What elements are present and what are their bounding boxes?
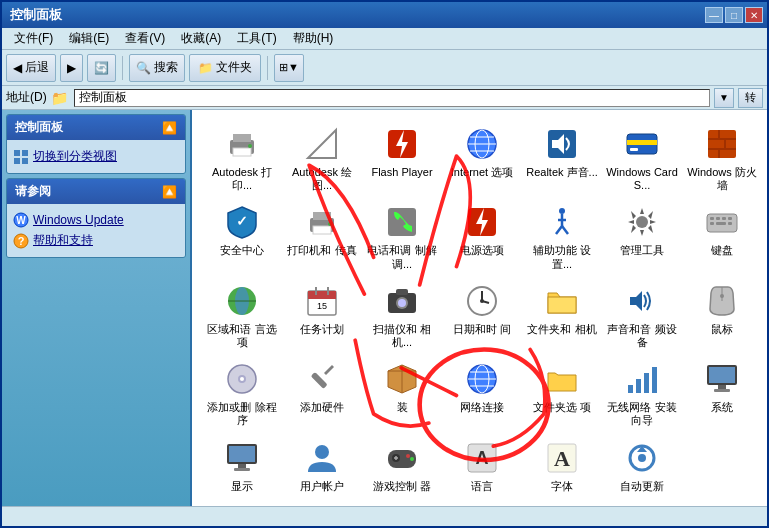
svg-point-41 — [636, 216, 648, 228]
help-icon: ? — [13, 233, 29, 249]
icon-item[interactable]: 文件夹和 相机 — [524, 279, 600, 351]
menu-help[interactable]: 帮助(H) — [285, 28, 342, 49]
menu-file[interactable]: 文件(F) — [6, 28, 61, 49]
icon-item[interactable]: 键盘 — [684, 200, 760, 272]
icon-item[interactable]: 添加或删 除程序 — [204, 357, 280, 429]
svg-point-40 — [559, 208, 565, 214]
icon-item[interactable]: 装 — [364, 357, 440, 429]
icon-label: 游戏控制 器 — [373, 480, 431, 493]
search-label: 搜索 — [154, 59, 178, 76]
icon-item[interactable]: A语言 — [444, 436, 520, 495]
icon-item[interactable]: 管理工具 — [604, 200, 680, 272]
icon-item[interactable]: 游戏控制 器 — [364, 436, 440, 495]
icon-item[interactable]: Autodesk 绘图... — [284, 122, 360, 194]
svg-text:15: 15 — [317, 301, 327, 311]
icon-item[interactable]: ✓安全中心 — [204, 200, 280, 272]
sidebar-link-help-support[interactable]: ? 帮助和支持 — [13, 230, 179, 251]
sidebar-header-control-panel[interactable]: 控制面板 🔼 — [7, 115, 185, 140]
icon-item[interactable]: 添加硬件 — [284, 357, 360, 429]
icon-item[interactable]: Flash Player — [364, 122, 440, 194]
icon-item[interactable]: 电源选项 — [444, 200, 520, 272]
icon-image — [382, 438, 422, 478]
maximize-button[interactable]: □ — [725, 7, 743, 23]
menu-favorites[interactable]: 收藏(A) — [173, 28, 229, 49]
svg-point-72 — [240, 377, 244, 381]
address-go-button[interactable]: 转 — [738, 88, 763, 108]
icon-item[interactable]: 声音和音 频设备 — [604, 279, 680, 351]
windows-update-icon: W — [13, 212, 29, 228]
sidebar-link-switch-view[interactable]: 切换到分类视图 — [13, 146, 179, 167]
svg-point-60 — [398, 299, 406, 307]
menu-edit[interactable]: 编辑(E) — [61, 28, 117, 49]
icon-image — [222, 124, 262, 164]
svg-text:?: ? — [18, 235, 25, 247]
icon-grid-area: Autodesk 打印...Autodesk 绘图...Flash Player… — [192, 110, 767, 506]
sidebar-section-see-also: 请参阅 🔼 W Windows Update ? 帮助和支持 — [6, 178, 186, 258]
icon-label: 网络连接 — [460, 401, 504, 414]
svg-rect-1 — [22, 150, 28, 156]
search-button[interactable]: 🔍 搜索 — [129, 54, 185, 82]
icon-image — [382, 281, 422, 321]
icon-item[interactable]: 电话和调 制解调... — [364, 200, 440, 272]
folder-button[interactable]: 📁 文件夹 — [189, 54, 261, 82]
svg-rect-28 — [708, 148, 736, 150]
address-input[interactable]: 控制面板 — [74, 89, 710, 107]
view-button[interactable]: ⊞▼ — [274, 54, 304, 82]
icon-item[interactable]: 日期和时 间 — [444, 279, 520, 351]
svg-text:A: A — [554, 446, 570, 471]
icon-item[interactable]: Windows CardS... — [604, 122, 680, 194]
address-dropdown[interactable]: ▼ — [714, 88, 734, 108]
icon-item[interactable]: 打印机和 传真 — [284, 200, 360, 272]
icon-item[interactable]: Autodesk 打印... — [204, 122, 280, 194]
icon-label: 文件夹和 相机 — [527, 323, 596, 336]
icon-item[interactable]: 网络连接 — [444, 357, 520, 429]
icon-item[interactable]: Realtek 声音... — [524, 122, 600, 194]
icon-item[interactable]: 15任务计划 — [284, 279, 360, 351]
icon-image — [302, 359, 342, 399]
icon-item[interactable]: 自动更新 — [604, 436, 680, 495]
sidebar-link-windows-update[interactable]: W Windows Update — [13, 210, 179, 230]
icon-item[interactable]: 鼠标 — [684, 279, 760, 351]
svg-rect-47 — [710, 222, 714, 225]
icon-image — [462, 281, 502, 321]
forward-button[interactable]: ▶ — [60, 54, 83, 82]
svg-rect-29 — [718, 130, 720, 138]
icon-item[interactable]: 无线网络 安装向导 — [604, 357, 680, 429]
icon-item[interactable]: 显示 — [204, 436, 280, 495]
icon-label: 鼠标 — [711, 323, 733, 336]
folder-label: 文件夹 — [216, 59, 252, 76]
svg-rect-25 — [630, 148, 638, 151]
icon-label: 语言 — [471, 480, 493, 493]
refresh-button[interactable]: 🔄 — [87, 54, 116, 82]
sidebar: 控制面板 🔼 切换到分类视图 请参阅 🔼 — [2, 110, 192, 506]
title-bar-buttons: — □ ✕ — [705, 7, 763, 23]
icon-label: Internet 选项 — [451, 166, 513, 179]
back-button[interactable]: ◀ 后退 — [6, 54, 56, 82]
minimize-button[interactable]: — — [705, 7, 723, 23]
icon-item[interactable]: Windows 防火墙 — [684, 122, 760, 194]
icon-label: 扫描仪和 相机... — [366, 323, 438, 349]
icon-item[interactable]: 辅助功能 设置... — [524, 200, 600, 272]
icon-label: 添加或删 除程序 — [206, 401, 278, 427]
menu-view[interactable]: 查看(V) — [117, 28, 173, 49]
icon-item[interactable]: 用户帐户 — [284, 436, 360, 495]
icon-item[interactable]: A字体 — [524, 436, 600, 495]
toolbar: ◀ 后退 ▶ 🔄 🔍 搜索 📁 文件夹 ⊞▼ — [2, 50, 767, 86]
icon-item[interactable]: 扫描仪和 相机... — [364, 279, 440, 351]
sidebar-header-see-also[interactable]: 请参阅 🔼 — [7, 179, 185, 204]
close-button[interactable]: ✕ — [745, 7, 763, 23]
svg-rect-0 — [14, 150, 20, 156]
icon-item[interactable]: Internet 选项 — [444, 122, 520, 194]
toolbar-separator-1 — [122, 56, 123, 80]
svg-text:✓: ✓ — [236, 213, 248, 229]
svg-rect-54 — [308, 291, 336, 299]
icon-item[interactable]: 系统 — [684, 357, 760, 429]
icon-item[interactable]: 文件夹选 项 — [524, 357, 600, 429]
icon-label: 日期和时 间 — [453, 323, 511, 336]
menu-tools[interactable]: 工具(T) — [229, 28, 284, 49]
icon-label: 辅助功能 设置... — [526, 244, 598, 270]
svg-point-94 — [315, 445, 329, 459]
icon-item[interactable]: 区域和语 言选项 — [204, 279, 280, 351]
icon-image — [622, 359, 662, 399]
svg-point-65 — [480, 299, 484, 303]
